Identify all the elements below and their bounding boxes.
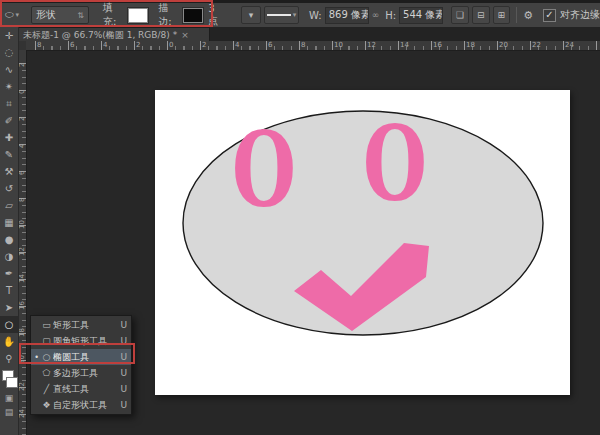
solid-line-icon [267, 14, 291, 16]
h-ruler-number: 4 [235, 41, 239, 49]
stroke-label: 描边: [158, 1, 180, 29]
screen-mode-button[interactable]: ▤ [0, 405, 18, 419]
quick-mask-button[interactable]: ▣ [0, 391, 18, 405]
shape-mode-dropdown[interactable]: 形状 ⇅ [31, 6, 89, 24]
path-selection-tool[interactable]: ➤ [0, 299, 18, 316]
stroke-options-dropdown[interactable]: ▾ [241, 6, 261, 24]
v-ruler-number: 24 [18, 409, 26, 418]
lasso-tool[interactable]: ∿ [0, 61, 18, 78]
letter-o-left: O [232, 110, 296, 229]
pen-tool[interactable]: ✒ [0, 265, 18, 282]
h-ruler-number: 20 [499, 41, 508, 49]
flyout-item-custom-shape-tool[interactable]: ❖自定形状工具U [31, 397, 131, 413]
v-ruler-number: 10 [18, 220, 26, 229]
ellipse-shape-tool[interactable]: ○ [0, 316, 18, 333]
path-alignment-icon: ⊟ [477, 10, 485, 20]
v-ruler-number: 2 [18, 63, 26, 67]
eraser-tool[interactable]: ▱ [0, 197, 18, 214]
custom-shape-tool-icon: ❖ [40, 400, 53, 410]
document-tab[interactable]: 未标题-1 @ 66.7%(椭圆 1, RGB/8) * × [18, 27, 210, 42]
h-ruler-number: 2 [202, 41, 206, 49]
shape-layer: O O [155, 90, 570, 395]
clone-stamp-tool[interactable]: ⚒ [0, 163, 18, 180]
zoom-tool[interactable]: ⚲ [0, 350, 18, 367]
document-tab-title: 未标题-1 @ 66.7%(椭圆 1, RGB/8) * [23, 29, 177, 42]
h-ruler-number: 10 [334, 41, 343, 49]
width-input[interactable]: 869 像素 [325, 7, 369, 24]
brush-tool[interactable]: ✎ [0, 146, 18, 163]
blur-tool[interactable]: ● [0, 231, 18, 248]
options-bar: ⬭ ▾ 形状 ⇅ 填充: 描边: 3 点 ▾ ▾ W: 869 像素 ∞ H: … [0, 3, 600, 28]
h-ruler-number: 8 [37, 41, 41, 49]
spot-healing-tool[interactable]: ✚ [0, 129, 18, 146]
eyedropper-tool[interactable]: ✐ [0, 112, 18, 129]
h-ruler-number: 16 [433, 41, 442, 49]
path-operations-icon: ❏ [456, 10, 464, 20]
stroke-width-value[interactable]: 3 点 [208, 3, 226, 28]
v-ruler-number: 20 [18, 355, 26, 364]
align-edges-checkbox[interactable]: ✓ 对齐边缘 [543, 8, 600, 22]
polygon-tool-icon: ⬠ [40, 368, 53, 378]
vertical-ruler[interactable]: 2024681012141618202224 [18, 50, 27, 435]
tool-preset-picker[interactable]: ⬭ ▾ [5, 9, 19, 21]
h-ruler-number: 18 [466, 41, 475, 49]
stroke-swatch[interactable] [183, 8, 203, 23]
v-ruler-number: 0 [18, 90, 26, 94]
path-operations-button[interactable]: ❏ [451, 6, 469, 24]
flyout-item-rectangle-tool[interactable]: ▭矩形工具U [31, 317, 131, 333]
fill-swatch[interactable] [128, 8, 148, 23]
v-ruler-number: 14 [18, 274, 26, 283]
close-tab-icon[interactable]: × [181, 30, 189, 40]
v-ruler-number: 22 [18, 382, 26, 391]
h-ruler-number: 2 [136, 41, 140, 49]
h-ruler-number: 12 [367, 41, 376, 49]
h-ruler-number: 14 [400, 41, 409, 49]
dodge-tool[interactable]: ◑ [0, 248, 18, 265]
ellipse-tool-icon: ○ [40, 352, 53, 362]
shape-tools-flyout: ▭矩形工具U▢圆角矩形工具U•○椭圆工具U⬠多边形工具U╱直线工具U❖自定形状工… [30, 315, 132, 415]
quick-selection-tool[interactable]: ✴ [0, 78, 18, 95]
flyout-item-polygon-tool[interactable]: ⬠多边形工具U [31, 365, 131, 381]
type-tool[interactable]: T [0, 282, 18, 299]
align-edges-label: 对齐边缘 [560, 8, 600, 22]
foreground-background-swatches[interactable] [0, 369, 18, 391]
v-ruler-number: 12 [18, 247, 26, 256]
crop-tool[interactable]: ⌗ [0, 95, 18, 112]
move-tool[interactable]: ✛ [0, 27, 18, 44]
h-ruler-number: 24 [565, 41, 574, 49]
ellipse-tool-icon: ⬭ [5, 9, 14, 21]
line-style-dropdown[interactable]: ▾ [264, 6, 299, 24]
h-ruler-number: 4 [103, 41, 107, 49]
rectangle-tool-icon: ▭ [40, 320, 53, 330]
h-ruler-number: 8 [301, 41, 305, 49]
gradient-tool[interactable]: ▦ [0, 214, 18, 231]
path-arrangement-button[interactable]: ⊞ [493, 6, 511, 24]
chevron-down-icon: ▾ [16, 11, 20, 19]
chevron-down-icon: ▾ [249, 10, 254, 20]
history-brush-tool[interactable]: ↺ [0, 180, 18, 197]
shape-mode-label: 形状 [36, 8, 56, 22]
h-ruler-number: 6 [70, 41, 74, 49]
horizontal-ruler[interactable]: 8642024681012141618202224 [18, 41, 600, 51]
flyout-item-ellipse-tool[interactable]: •○椭圆工具U [31, 349, 131, 365]
document-canvas[interactable]: O O [155, 90, 570, 395]
path-arrangement-icon: ⊞ [498, 10, 506, 20]
link-dimensions-icon[interactable]: ∞ [372, 10, 380, 20]
v-ruler-number: 16 [18, 301, 26, 310]
toolbox: ✛◌∿✴⌗✐✚✎⚒↺▱▦●◑✒T➤○✋⚲▣▤ [0, 27, 19, 435]
fill-label: 填充: [103, 1, 125, 29]
hand-tool[interactable]: ✋ [0, 333, 18, 350]
ruler-corner [18, 41, 26, 50]
height-label: H: [385, 10, 396, 21]
flyout-item-rounded-rectangle-tool[interactable]: ▢圆角矩形工具U [31, 333, 131, 349]
background-color-swatch[interactable] [6, 377, 18, 388]
width-label: W: [309, 10, 322, 21]
height-input[interactable]: 544 像素 [399, 7, 443, 24]
gear-icon[interactable]: ⚙ [523, 9, 533, 22]
flyout-item-line-tool[interactable]: ╱直线工具U [31, 381, 131, 397]
path-alignment-button[interactable]: ⊟ [472, 6, 490, 24]
divider [516, 7, 517, 23]
marquee-tool[interactable]: ◌ [0, 44, 18, 61]
v-ruler-number: 2 [18, 117, 26, 121]
h-ruler-number: 6 [268, 41, 272, 49]
